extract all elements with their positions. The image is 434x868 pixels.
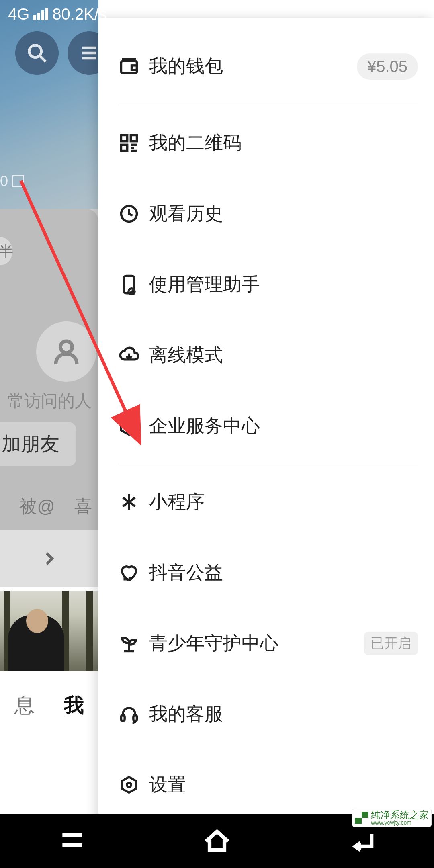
menu-offline[interactable]: 离线模式 — [119, 320, 418, 391]
svg-rect-9 — [131, 135, 137, 141]
avatar-placeholder[interactable] — [36, 321, 96, 382]
menu-settings-label: 设置 — [149, 772, 418, 797]
svg-rect-26 — [121, 715, 125, 721]
tab-messages[interactable]: 息 — [0, 683, 49, 727]
chevron-right-icon — [41, 551, 57, 567]
menu-qrcode-label: 我的二维码 — [149, 131, 418, 156]
profile-tabs: 被@ 喜 — [0, 482, 98, 530]
menu-assistant-label: 使用管理助手 — [149, 272, 418, 297]
status-bar: 4G 80.2K/s — [0, 0, 434, 28]
menu-teen[interactable]: 青少年守护中心 已开启 — [119, 608, 418, 679]
frequent-visitors-label: 常访问的人 — [0, 390, 98, 412]
wallet-balance: ¥5.05 — [357, 53, 418, 80]
svg-point-0 — [29, 45, 41, 57]
menu-charity-label: 抖音公益 — [149, 560, 418, 585]
spark-icon — [119, 491, 147, 512]
person-icon — [52, 338, 80, 366]
svg-point-5 — [60, 341, 72, 353]
watermark-url: www.ycwjty.com — [371, 820, 429, 825]
menu-service[interactable]: 我的客服 — [119, 679, 418, 749]
add-friend-button[interactable]: 加朋友 — [0, 422, 76, 466]
svg-line-1 — [40, 56, 46, 62]
network-type: 4G — [8, 5, 29, 23]
network-speed: 80.2K/s — [52, 5, 107, 23]
search-icon — [27, 43, 47, 63]
menu-teen-label: 青少年守护中心 — [149, 631, 357, 656]
cloud-download-icon — [119, 345, 147, 366]
sprout-icon — [119, 633, 147, 654]
heart-pulse-icon — [119, 562, 147, 583]
menu-wallet[interactable]: 我的钱包 ¥5.05 — [119, 30, 418, 102]
qrcode-icon — [119, 133, 147, 154]
recent-icon — [57, 825, 87, 855]
tab-liked[interactable]: 喜 — [74, 495, 98, 518]
menu-miniapp-label: 小程序 — [149, 489, 418, 514]
nav-home-button[interactable] — [202, 825, 232, 857]
tab-me[interactable]: 我 — [49, 683, 99, 727]
phone-check-icon — [119, 274, 147, 295]
tab-mentioned[interactable]: 被@ — [0, 495, 74, 518]
home-icon — [202, 825, 232, 855]
menu-wallet-label: 我的钱包 — [149, 54, 357, 79]
menu-offline-label: 离线模式 — [149, 343, 418, 368]
video-thumbnail[interactable] — [0, 591, 98, 671]
stat-value: 0 — [0, 173, 8, 190]
menu-enterprise[interactable]: 企业服务中心 — [119, 391, 418, 461]
wallet-icon — [119, 56, 147, 77]
expand-row[interactable] — [0, 530, 98, 587]
svg-marker-28 — [122, 777, 136, 793]
search-button[interactable] — [15, 31, 59, 75]
add-friend-label: 加朋友 — [2, 431, 59, 457]
bottom-tab-bar: 息 我 — [0, 683, 98, 727]
svg-rect-6 — [121, 61, 137, 73]
cube-icon — [119, 416, 147, 436]
divider — [119, 105, 418, 105]
menu-history-label: 观看历史 — [149, 201, 418, 226]
nav-recent-button[interactable] — [57, 825, 87, 857]
headset-icon — [119, 704, 147, 725]
nav-back-button[interactable] — [347, 825, 377, 857]
menu-enterprise-label: 企业服务中心 — [149, 414, 418, 438]
profile-stat[interactable]: 0 — [0, 173, 24, 190]
side-drawer: 我的钱包 ¥5.05 我的二维码 观看历史 使用管理助手 离线模式 企业服务中心 — [98, 18, 434, 868]
menu-service-label: 我的客服 — [149, 702, 418, 727]
watermark-name: 纯净系统之家 — [371, 810, 429, 820]
menu-charity[interactable]: 抖音公益 — [119, 537, 418, 608]
back-icon — [347, 825, 377, 855]
clock-icon — [119, 203, 147, 224]
menu-assistant[interactable]: 使用管理助手 — [119, 249, 418, 320]
svg-rect-10 — [121, 145, 127, 151]
teen-status-tag: 已开启 — [364, 632, 418, 655]
watermark: 纯净系统之家 www.ycwjty.com — [352, 809, 432, 827]
menu-miniapp[interactable]: 小程序 — [119, 467, 418, 537]
signal-icon — [33, 8, 48, 20]
svg-rect-8 — [121, 135, 127, 141]
settings-icon — [119, 774, 147, 795]
menu-qrcode[interactable]: 我的二维码 — [119, 108, 418, 178]
watermark-icon — [355, 812, 368, 824]
divider — [119, 464, 418, 464]
hamburger-icon — [79, 43, 100, 63]
half-badge: 半 — [0, 237, 12, 265]
svg-point-29 — [127, 783, 131, 787]
svg-rect-27 — [133, 715, 137, 721]
qr-icon — [12, 175, 24, 187]
svg-rect-7 — [132, 66, 137, 70]
menu-history[interactable]: 观看历史 — [119, 178, 418, 249]
